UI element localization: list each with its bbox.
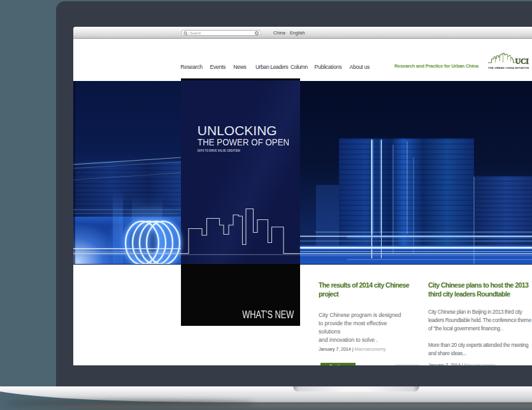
svg-text:UCI: UCI [515,57,529,66]
